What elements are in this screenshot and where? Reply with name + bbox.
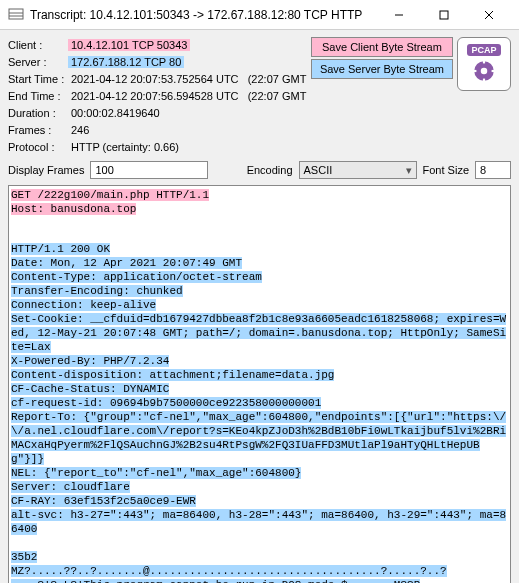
client-label: Client : <box>8 39 68 51</box>
save-server-button[interactable]: Save Server Byte Stream <box>311 59 453 79</box>
start-time-local: (22:07 GMT <box>248 73 307 85</box>
server-value: 172.67.188.12 TCP 80 <box>68 56 184 68</box>
window-controls <box>376 0 511 30</box>
start-time-value: 2021-04-12 20:07:53.752564 UTC <box>68 73 242 85</box>
top-right-panel: Save Client Byte Stream Save Server Byte… <box>311 37 511 91</box>
duration-label: Duration : <box>8 107 68 119</box>
svg-point-8 <box>481 68 488 75</box>
server-label: Server : <box>8 56 68 68</box>
start-time-label: Start Time : <box>8 73 68 85</box>
svg-rect-0 <box>9 9 23 19</box>
protocol-label: Protocol : <box>8 141 68 153</box>
client-value: 10.4.12.101 TCP 50343 <box>68 39 190 51</box>
titlebar: Transcript: 10.4.12.101:50343 -> 172.67.… <box>0 0 519 30</box>
display-frames-input[interactable] <box>90 161 208 179</box>
frames-label: Frames : <box>8 124 68 136</box>
save-client-button[interactable]: Save Client Byte Stream <box>311 37 453 57</box>
frames-value: 246 <box>68 124 92 136</box>
app-icon <box>8 7 24 23</box>
minimize-button[interactable] <box>376 0 421 30</box>
gear-icon <box>471 58 497 84</box>
controls-row: Display Frames Encoding ASCII Font Size <box>8 161 511 179</box>
encoding-select[interactable]: ASCII <box>299 161 417 179</box>
svg-rect-4 <box>440 11 448 19</box>
duration-value: 00:00:02.8419640 <box>68 107 163 119</box>
close-button[interactable] <box>466 0 511 30</box>
end-time-value: 2021-04-12 20:07:56.594528 UTC <box>68 90 242 102</box>
content-area: Client :10.4.12.101 TCP 50343 Server :17… <box>0 30 519 583</box>
end-time-local: (22:07 GMT <box>248 90 307 102</box>
svg-rect-10 <box>483 79 485 83</box>
font-size-input[interactable] <box>475 161 511 179</box>
transcript-pane[interactable]: GET /222g100/main.php HTTP/1.1Host: banu… <box>8 185 511 583</box>
font-size-label: Font Size <box>423 164 469 176</box>
window-title: Transcript: 10.4.12.101:50343 -> 172.67.… <box>30 8 376 22</box>
display-frames-label: Display Frames <box>8 164 84 176</box>
pcap-label: PCAP <box>467 44 500 56</box>
svg-rect-11 <box>472 70 476 72</box>
svg-rect-9 <box>483 59 485 63</box>
encoding-label: Encoding <box>247 164 293 176</box>
end-time-label: End Time : <box>8 90 68 102</box>
protocol-value: HTTP (certainty: 0.66) <box>68 141 182 153</box>
maximize-button[interactable] <box>421 0 466 30</box>
svg-rect-12 <box>492 70 496 72</box>
pcap-icon-button[interactable]: PCAP <box>457 37 511 91</box>
